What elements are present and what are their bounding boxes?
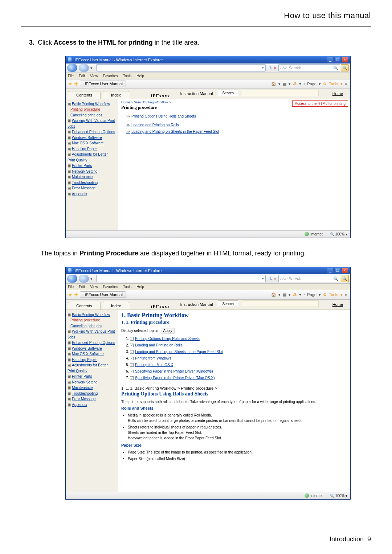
toc-item[interactable]: Mac OS X Software	[72, 141, 104, 145]
check-link[interactable]: Loading and Printing on Rolls	[135, 343, 183, 347]
topic-link[interactable]: Loading and Printing on Rolls	[131, 123, 179, 127]
live-search-box[interactable]: Live Search 🔍	[278, 64, 340, 71]
search-input[interactable]	[242, 90, 318, 96]
search-input[interactable]	[242, 300, 318, 307]
toc-item[interactable]: Handling Paper	[72, 147, 97, 151]
toc-sub-printing-procedure[interactable]: Printing procedure	[70, 318, 100, 322]
browser-tab[interactable]: iPFxxxx User Manual	[80, 81, 126, 87]
toc-item[interactable]: Adjustments for Better Print Quality	[68, 152, 108, 162]
home-icon: 🏠	[271, 82, 276, 86]
toc-item[interactable]: Basic Printing Workflow	[72, 313, 110, 317]
checkbox[interactable]: ✓	[130, 350, 134, 354]
check-link[interactable]: Loading and Printing on Sheets in the Pa…	[135, 350, 223, 354]
add-favorite-icon[interactable]: ✚	[74, 292, 78, 297]
toc-item[interactable]: Working With Various Print Jobs	[68, 329, 115, 339]
minimize-button[interactable]: _	[327, 268, 334, 274]
toc-item[interactable]: Troubleshooting	[72, 391, 98, 395]
check-link[interactable]: Specifying Paper in the Printer Driver (…	[135, 369, 213, 373]
minimize-button[interactable]: _	[327, 57, 334, 63]
tab-contents[interactable]: Contents	[68, 91, 101, 99]
toc-item[interactable]: Windows Software	[72, 346, 102, 350]
addr-dropdown-icon[interactable]: ▾	[262, 66, 264, 70]
forward-button[interactable]: →	[79, 275, 89, 283]
zoom-level[interactable]: 🔍 100% ▾	[330, 232, 347, 236]
feed-icon: ▦	[283, 82, 286, 86]
addr-dropdown-icon[interactable]: ▾	[262, 277, 264, 280]
toc-item[interactable]: Windows Software	[72, 136, 102, 140]
check-link[interactable]: Printing from Windows	[135, 356, 171, 360]
browser-tab[interactable]: iPFxxxx User Manual	[80, 291, 126, 298]
toc-item[interactable]: Basic Printing Workflow	[72, 102, 110, 106]
tab-index[interactable]: Index	[103, 91, 129, 99]
search-go-button[interactable]: 🔍	[341, 275, 349, 282]
ie-toolbar[interactable]: 🏠▾ ▦▾ 🖶▾ ▫ Page ▾ ⚙ Tools ▾ »	[270, 82, 348, 86]
toc-item[interactable]: Error Message	[72, 397, 96, 401]
address-bar[interactable]: ▾	[96, 275, 266, 282]
section-title: How to use this manual	[0, 0, 392, 24]
checkbox[interactable]: ✓	[130, 344, 134, 347]
toc-sub-printing-procedure[interactable]: Printing procedure	[70, 107, 100, 111]
toc-item[interactable]: Adjustments for Better Print Quality	[68, 363, 108, 373]
close-button[interactable]: ×	[342, 57, 348, 63]
home-link[interactable]: Home	[332, 91, 343, 96]
apply-button[interactable]: Apply	[161, 328, 175, 333]
toc-item[interactable]: Error Message	[72, 186, 96, 190]
toc-item[interactable]: Handling Paper	[72, 358, 97, 362]
check-link[interactable]: Specifying Paper in the Printer Driver (…	[135, 376, 215, 380]
toc-item[interactable]: Network Setting	[72, 380, 98, 384]
tab-contents[interactable]: Contents	[68, 302, 101, 309]
topic-link[interactable]: Printing Options Using Rolls and Sheets	[131, 114, 196, 118]
toc-item[interactable]: Network Setting	[72, 169, 98, 173]
back-button[interactable]: ←	[67, 64, 77, 72]
toc-item[interactable]: Enhanced Printing Options	[72, 130, 115, 134]
search-button[interactable]: Search	[218, 300, 238, 307]
zoom-level[interactable]: 🔍 100% ▾	[330, 494, 347, 498]
tools-menu: ⚙ Tools ▾	[323, 82, 343, 86]
toc-item[interactable]: Mac OS X Software	[72, 352, 104, 356]
ie-toolbar[interactable]: 🏠▾ ▦▾ 🖶▾ ▫ Page ▾ ⚙ Tools ▾ »	[270, 292, 348, 297]
favorites-icon[interactable]: ★	[68, 292, 73, 297]
favorites-icon[interactable]: ★	[68, 81, 73, 87]
menu-bar[interactable]: FileEditViewFavoritesToolsHelp	[66, 284, 350, 290]
toc-item[interactable]: Appendix	[72, 403, 87, 407]
checkbox[interactable]: ✓	[130, 376, 134, 380]
add-favorite-icon[interactable]: ✚	[74, 81, 78, 87]
checkbox[interactable]: ✓	[130, 337, 134, 341]
check-link[interactable]: Printing Options Using Rolls and Sheets	[135, 337, 200, 341]
check-link[interactable]: Printing from Mac OS X	[135, 363, 173, 367]
toc-item[interactable]: Printer Parts	[72, 374, 92, 378]
toc-item[interactable]: Appendix	[72, 192, 87, 196]
tab-index[interactable]: Index	[103, 302, 129, 309]
toc-sub-canceling[interactable]: Canceling print jobs	[70, 113, 102, 117]
live-search-box[interactable]: Live Search🔍	[278, 275, 340, 282]
toc-panel: ▣Basic Printing Workflow Printing proced…	[66, 99, 118, 230]
toc-item[interactable]: Working With Various Print Jobs	[68, 119, 115, 128]
checkbox[interactable]: ✓	[130, 363, 134, 367]
checkbox[interactable]: ✓	[130, 357, 134, 360]
search-button[interactable]: Search	[218, 90, 238, 96]
bullet-list: Page Size: The size of the image to be p…	[128, 450, 347, 461]
toc-sub-canceling[interactable]: Canceling print jobs	[70, 324, 102, 328]
maximize-button[interactable]: □	[334, 268, 341, 274]
toc-item[interactable]: Troubleshooting	[72, 181, 98, 185]
toc-item[interactable]: Enhanced Printing Options	[72, 341, 115, 345]
home-link[interactable]: Home	[332, 302, 343, 307]
manual-header: Contents Index iPFxxxx Instruction Manua…	[66, 300, 350, 310]
close-button[interactable]: ×	[342, 268, 348, 274]
toc-item[interactable]: Maintenance	[72, 175, 93, 179]
menu-bar[interactable]: FileEditViewFavoritesToolsHelp	[66, 73, 350, 79]
forward-button[interactable]: →	[79, 64, 89, 72]
back-button[interactable]: ←	[67, 275, 77, 283]
h2: 1. 1. Printing procedure	[121, 319, 347, 325]
search-go-button[interactable]: 🔍	[341, 64, 349, 71]
content-panel: Home > Basic Printing Workflow > Printin…	[118, 99, 350, 230]
maximize-button[interactable]: □	[334, 57, 341, 63]
toc-item[interactable]: Maintenance	[72, 386, 93, 390]
toc-item[interactable]: Printer Parts	[72, 164, 92, 168]
subheading-rolls-sheets: Rolls and Sheets	[121, 406, 347, 410]
page-menu: ▫ Page ▾	[303, 82, 321, 86]
topic-link[interactable]: Loading and Printing on Sheets in the Pa…	[131, 130, 219, 134]
address-bar[interactable]: ▾	[96, 64, 266, 71]
access-html-button[interactable]: Access to the HTML for printing	[292, 100, 348, 107]
checkbox[interactable]: ✓	[130, 370, 134, 373]
